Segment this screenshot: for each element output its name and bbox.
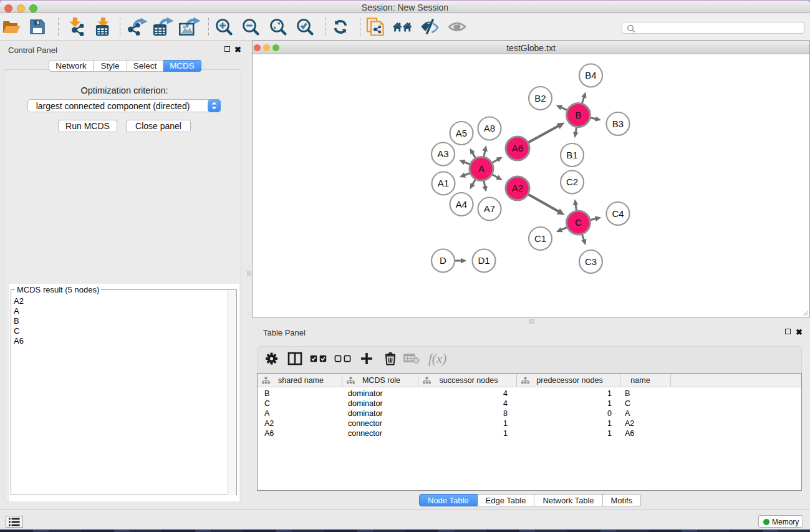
svg-text:A6: A6 xyxy=(512,143,523,153)
svg-text:A7: A7 xyxy=(484,203,495,214)
svg-text:B2: B2 xyxy=(534,93,546,104)
svg-text:B1: B1 xyxy=(566,150,577,160)
svg-text:A: A xyxy=(478,163,485,174)
svg-text:C1: C1 xyxy=(534,233,546,244)
svg-text:A2: A2 xyxy=(512,183,523,193)
svg-text:C3: C3 xyxy=(585,256,597,267)
svg-text:C4: C4 xyxy=(612,208,624,219)
svg-text:B: B xyxy=(575,110,581,120)
svg-text:A4: A4 xyxy=(456,199,467,210)
svg-text:C2: C2 xyxy=(566,177,578,187)
svg-text:D1: D1 xyxy=(478,255,489,266)
svg-text:A8: A8 xyxy=(484,123,495,133)
svg-text:D: D xyxy=(440,255,446,266)
svg-text:A3: A3 xyxy=(437,148,448,159)
svg-text:A5: A5 xyxy=(456,128,467,138)
svg-text:B3: B3 xyxy=(612,118,624,129)
svg-text:B4: B4 xyxy=(585,70,596,80)
svg-text:C: C xyxy=(575,217,582,228)
svg-text:A1: A1 xyxy=(438,178,449,188)
